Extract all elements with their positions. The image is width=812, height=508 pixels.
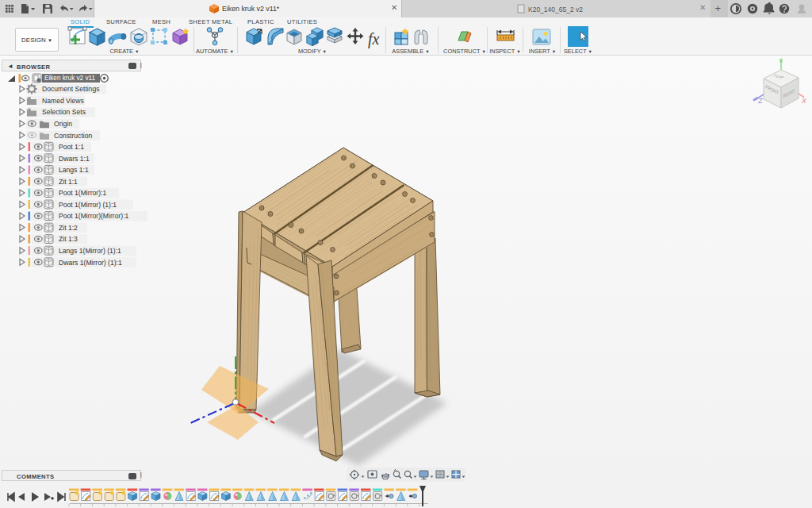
svg-text:fx: fx [368, 30, 380, 48]
svg-text:X: X [801, 97, 807, 105]
svg-text:Z: Z [757, 97, 763, 105]
